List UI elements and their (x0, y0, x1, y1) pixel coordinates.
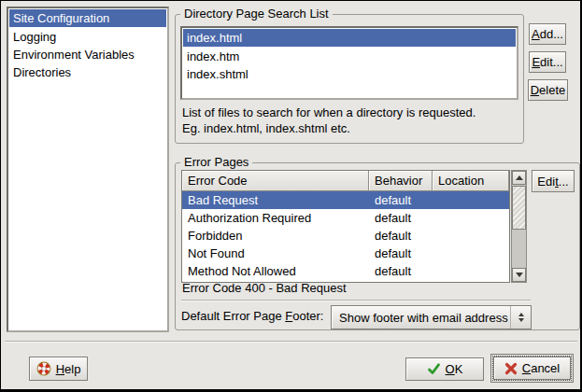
table-row[interactable]: Method Not Allowed default (182, 262, 509, 280)
default-error-footer-label: Default Error Page Footer: (181, 309, 323, 323)
lifebuoy-icon (36, 361, 51, 376)
scroll-up-icon (516, 175, 523, 180)
scroll-down-button[interactable] (512, 268, 526, 282)
scroll-up-button[interactable] (512, 171, 526, 185)
directory-page-search-frame: Directory Page Search List index.html in… (175, 14, 524, 144)
httpd-configuration-dialog: Site Configuration Logging Environment V… (0, 0, 582, 392)
table-scrollbar[interactable] (511, 170, 527, 283)
column-header-location[interactable]: Location (433, 171, 509, 191)
sidebar-item-environment-variables[interactable]: Environment Variables (8, 46, 167, 63)
table-row[interactable]: Bad Request default (182, 191, 509, 209)
list-item-index-shtml[interactable]: index.shtml (182, 65, 517, 83)
search-list-description-line1: List of files to search for when a direc… (182, 105, 476, 119)
column-header-error-code[interactable]: Error Code (182, 171, 369, 191)
sidebar-item-site-configuration[interactable]: Site Configuration (9, 9, 166, 27)
list-item-index-html[interactable]: index.html (183, 29, 516, 47)
table-header-row: Error Code Behavior Location (182, 171, 509, 191)
check-icon (427, 362, 441, 376)
sidebar-item-logging[interactable]: Logging (8, 28, 167, 46)
cancel-button[interactable]: Cancel (493, 357, 571, 380)
scroll-down-icon (516, 273, 523, 277)
search-list-description-line2: Eg. index.html, index.shtml etc. (182, 121, 350, 135)
search-file-list: index.html index.htm index.shtml (180, 26, 518, 100)
footer-separator (181, 300, 531, 301)
directory-page-search-title: Directory Page Search List (180, 7, 333, 21)
dropdown-selected-value: Show footer with email address (332, 311, 510, 325)
edit-error-page-button[interactable]: Edit... (532, 170, 575, 192)
add-button[interactable]: Add... (529, 23, 566, 45)
column-header-behavior[interactable]: Behavior (369, 171, 433, 191)
error-pages-frame: Error Pages Error Code Behavior Location… (175, 162, 580, 330)
action-bar-separator (5, 341, 577, 343)
category-list: Site Configuration Logging Environment V… (7, 7, 169, 332)
error-code-status: Error Code 400 - Bad Request (182, 281, 347, 295)
scrollbar-thumb[interactable] (512, 186, 526, 230)
cancel-button-focus-ring: Cancel (490, 354, 574, 383)
table-row[interactable]: Forbidden default (182, 227, 509, 245)
error-pages-table: Error Code Behavior Location Bad Request… (181, 170, 510, 283)
error-pages-title: Error Pages (180, 155, 252, 170)
x-icon (504, 362, 518, 375)
ok-button[interactable]: OK (405, 357, 484, 381)
edit-file-button[interactable]: Edit... (529, 51, 566, 73)
table-row[interactable]: Not Found default (182, 245, 509, 262)
delete-button[interactable]: Delete (528, 79, 568, 101)
sidebar-item-directories[interactable]: Directories (8, 63, 167, 81)
help-button[interactable]: Help (29, 357, 88, 381)
default-error-footer-dropdown[interactable]: Show footer with email address (331, 305, 532, 329)
list-item-index-htm[interactable]: index.htm (182, 48, 517, 65)
table-row[interactable]: Authorization Required default (182, 209, 509, 227)
dropdown-arrows-icon (510, 306, 531, 329)
